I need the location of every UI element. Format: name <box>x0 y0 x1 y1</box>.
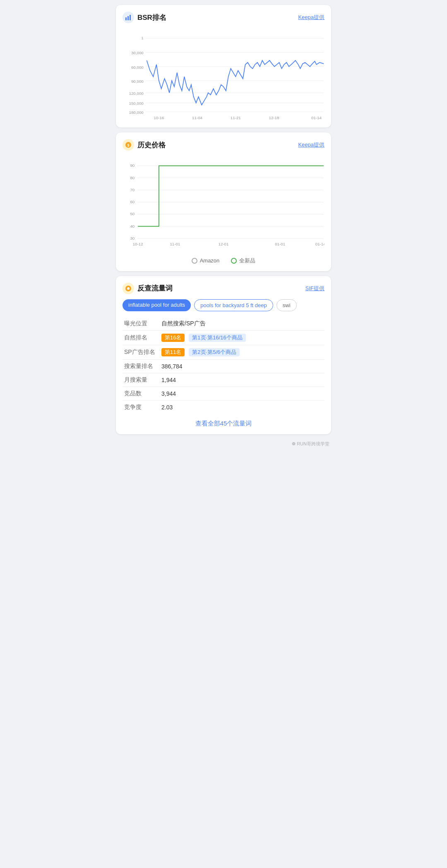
svg-text:70: 70 <box>130 188 135 192</box>
bsr-source[interactable]: Keepa提供 <box>298 14 324 21</box>
row-label-natural: 自然排名 <box>123 330 160 345</box>
svg-rect-0 <box>125 17 127 20</box>
svg-text:40: 40 <box>130 224 135 228</box>
traffic-title-text: 反查流量词 <box>137 284 173 293</box>
svg-text:01-01: 01-01 <box>275 242 285 246</box>
tag-pools-backyard[interactable]: pools for backyard 5 ft deep <box>194 299 273 311</box>
bsr-title: BSR排名 <box>123 12 166 23</box>
price-chart: 90 80 70 60 50 40 30 10-12 11-01 12-01 0… <box>123 156 324 252</box>
svg-text:11-04: 11-04 <box>192 115 203 120</box>
table-row: 自然排名 第16名 第1页·第16/16个商品 <box>123 330 324 345</box>
traffic-card-header: 反查流量词 SIF提供 <box>123 283 324 294</box>
row-label-competition: 竞争度 <box>123 400 160 414</box>
table-row: 竞品数 3,944 <box>123 387 324 400</box>
svg-text:10-12: 10-12 <box>133 242 143 246</box>
svg-text:01-14: 01-14 <box>315 242 324 246</box>
legend-amazon-label: Amazon <box>200 257 220 264</box>
row-label-sp: SP广告排名 <box>123 345 160 359</box>
traffic-info-table: 曝光位置 自然搜索/SP广告 自然排名 第16名 第1页·第16/16个商品 S… <box>123 317 324 414</box>
svg-text:$: $ <box>127 143 129 147</box>
row-value-search-rank: 386,784 <box>160 359 324 373</box>
row-value-competitors: 3,944 <box>160 387 324 400</box>
svg-text:30: 30 <box>130 236 135 240</box>
traffic-source[interactable]: SIF提供 <box>305 285 324 292</box>
view-all-link[interactable]: 查看全部45个流量词 <box>123 420 324 428</box>
price-title-text: 历史价格 <box>137 140 166 150</box>
traffic-title: 反查流量词 <box>123 283 173 294</box>
svg-text:30,000: 30,000 <box>131 50 144 55</box>
price-title: $ 历史价格 <box>123 139 166 151</box>
svg-point-44 <box>127 287 130 290</box>
bsr-icon <box>123 12 134 23</box>
price-legend: Amazon 全新品 <box>123 257 324 264</box>
price-card-header: $ 历史价格 Keepa提供 <box>123 139 324 151</box>
row-value-competition: 2.03 <box>160 400 324 414</box>
svg-text:150,000: 150,000 <box>129 101 144 106</box>
row-label-competitors: 竞品数 <box>123 387 160 400</box>
bsr-title-text: BSR排名 <box>137 13 166 22</box>
legend-amazon: Amazon <box>192 257 220 264</box>
bsr-card-header: BSR排名 Keepa提供 <box>123 12 324 23</box>
svg-text:11-01: 11-01 <box>170 242 180 246</box>
price-chart-container: 90 80 70 60 50 40 30 10-12 11-01 12-01 0… <box>123 156 324 252</box>
badge-sp-page: 第2页·第5/6个商品 <box>189 348 240 356</box>
svg-text:60,000: 60,000 <box>131 65 144 70</box>
svg-text:11-21: 11-21 <box>231 115 241 120</box>
svg-text:90,000: 90,000 <box>131 79 144 84</box>
traffic-icon <box>123 283 134 294</box>
legend-new-dot <box>231 258 237 264</box>
svg-text:180,000: 180,000 <box>129 110 144 115</box>
row-label-search-rank: 搜索量排名 <box>123 359 160 373</box>
row-value-exposure: 自然搜索/SP广告 <box>160 317 324 331</box>
badge-natural-page: 第1页·第16/16个商品 <box>189 334 245 342</box>
table-row: 竞争度 2.03 <box>123 400 324 414</box>
bsr-card: BSR排名 Keepa提供 1 30,000 60,000 90,000 120… <box>116 5 331 127</box>
svg-text:1: 1 <box>141 36 143 40</box>
row-value-monthly-search: 1,944 <box>160 373 324 387</box>
row-label-exposure: 曝光位置 <box>123 317 160 331</box>
table-row: 曝光位置 自然搜索/SP广告 <box>123 317 324 331</box>
table-row: SP广告排名 第11名 第2页·第5/6个商品 <box>123 345 324 359</box>
svg-text:50: 50 <box>130 212 135 216</box>
svg-rect-2 <box>130 15 131 20</box>
svg-text:10-16: 10-16 <box>154 115 164 120</box>
row-value-natural: 第16名 第1页·第16/16个商品 <box>160 330 324 345</box>
legend-new: 全新品 <box>231 257 255 264</box>
badge-natural-rank: 第16名 <box>161 334 185 342</box>
svg-text:12-01: 12-01 <box>219 242 229 246</box>
svg-text:80: 80 <box>130 176 135 180</box>
badge-sp-rank: 第11名 <box>161 348 185 356</box>
legend-new-label: 全新品 <box>239 257 255 264</box>
price-source[interactable]: Keepa提供 <box>298 141 324 149</box>
traffic-card: 反查流量词 SIF提供 inflatable pool for adults p… <box>116 276 331 434</box>
table-row: 月搜索量 1,944 <box>123 373 324 387</box>
svg-text:12-18: 12-18 <box>269 115 279 120</box>
tag-inflatable-pool[interactable]: inflatable pool for adults <box>123 299 191 311</box>
svg-text:60: 60 <box>130 200 135 204</box>
bsr-chart-container: 1 30,000 60,000 90,000 120,000 150,000 1… <box>123 28 324 121</box>
legend-amazon-dot <box>192 258 197 264</box>
svg-text:120,000: 120,000 <box>129 91 144 96</box>
svg-rect-1 <box>127 16 129 20</box>
price-icon: $ <box>123 139 134 151</box>
table-row: 搜索量排名 386,784 <box>123 359 324 373</box>
price-card: $ 历史价格 Keepa提供 90 80 70 60 50 40 30 <box>116 132 331 271</box>
traffic-tag-row: inflatable pool for adults pools for bac… <box>123 299 324 311</box>
svg-text:01-14: 01-14 <box>311 115 322 120</box>
row-value-sp: 第11名 第2页·第5/6个商品 <box>160 345 324 359</box>
row-label-monthly-search: 月搜索量 <box>123 373 160 387</box>
tag-swi[interactable]: swi <box>276 299 297 311</box>
bsr-chart: 1 30,000 60,000 90,000 120,000 150,000 1… <box>123 28 324 121</box>
footer-watermark: ❁ RUN哥跨境学堂 <box>112 439 335 451</box>
svg-text:90: 90 <box>130 164 135 168</box>
